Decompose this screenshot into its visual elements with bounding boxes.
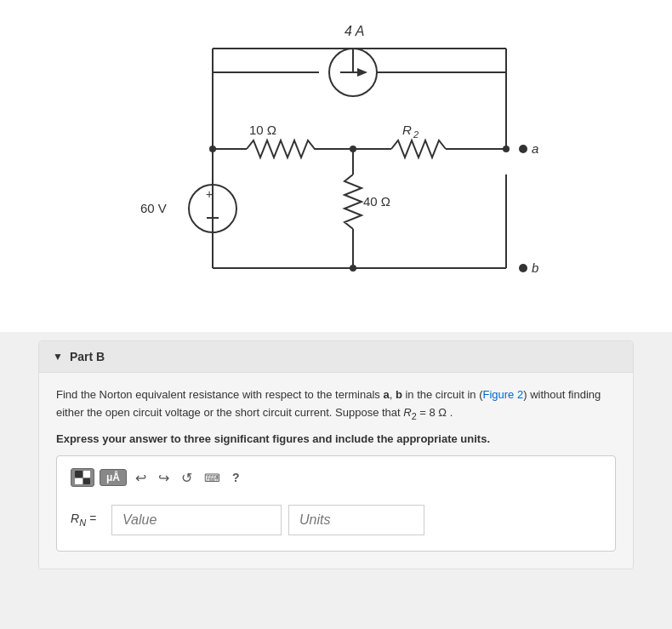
terminal-a-label: a: [532, 141, 538, 156]
part-b-title: Part B: [70, 350, 105, 363]
collapse-arrow-icon[interactable]: ▼: [53, 351, 63, 363]
part-b-body: Find the Norton equivalent resistance wi…: [39, 373, 633, 569]
grid-cell-1: [75, 471, 83, 477]
matrix-icon: [75, 471, 90, 484]
terminal-b-label: b: [532, 260, 538, 275]
grid-cell-3: [75, 478, 83, 485]
r2-label: R: [402, 123, 412, 137]
circuit-diagram-area: 4 A 10 Ω R 2: [0, 0, 672, 332]
refresh-button[interactable]: ↺: [178, 468, 196, 488]
answer-box: μÅ ↩ ↪ ↺ ⌨ ? RN =: [56, 455, 616, 552]
r2-sub-label: 2: [413, 129, 419, 140]
figure-link[interactable]: Figure 2: [483, 388, 524, 401]
unit-button[interactable]: μÅ: [100, 469, 127, 486]
r1-label: 10 Ω: [249, 123, 276, 137]
instruction-text: Express your answer to three significant…: [56, 432, 616, 445]
units-input[interactable]: [288, 505, 424, 535]
grid-cell-4: [83, 478, 91, 485]
keyboard-button[interactable]: ⌨: [201, 470, 224, 486]
current-label: 4 A: [345, 24, 364, 38]
circuit-svg: 4 A 10 Ω R 2: [89, 17, 583, 306]
svg-point-18: [350, 265, 356, 272]
part-b-header[interactable]: ▼ Part B: [39, 341, 633, 373]
svg-point-25: [519, 264, 527, 272]
redo-button[interactable]: ↪: [155, 468, 173, 488]
svg-point-24: [519, 145, 527, 153]
r3-label: 40 Ω: [363, 194, 390, 209]
answer-toolbar: μÅ ↩ ↪ ↺ ⌨ ?: [71, 468, 601, 495]
rn-label: RN =: [71, 512, 105, 528]
grid-cell-2: [83, 471, 91, 477]
help-button[interactable]: ?: [229, 469, 243, 486]
value-input[interactable]: [111, 505, 282, 535]
voltage-label: 60 V: [140, 201, 167, 215]
part-b-description: Find the Norton equivalent resistance wi…: [56, 386, 616, 424]
undo-button[interactable]: ↩: [132, 468, 150, 488]
matrix-button[interactable]: [71, 468, 94, 487]
svg-text:+: +: [206, 187, 213, 201]
part-b-container: ▼ Part B Find the Norton equivalent resi…: [38, 340, 634, 569]
input-row: RN =: [71, 505, 601, 535]
